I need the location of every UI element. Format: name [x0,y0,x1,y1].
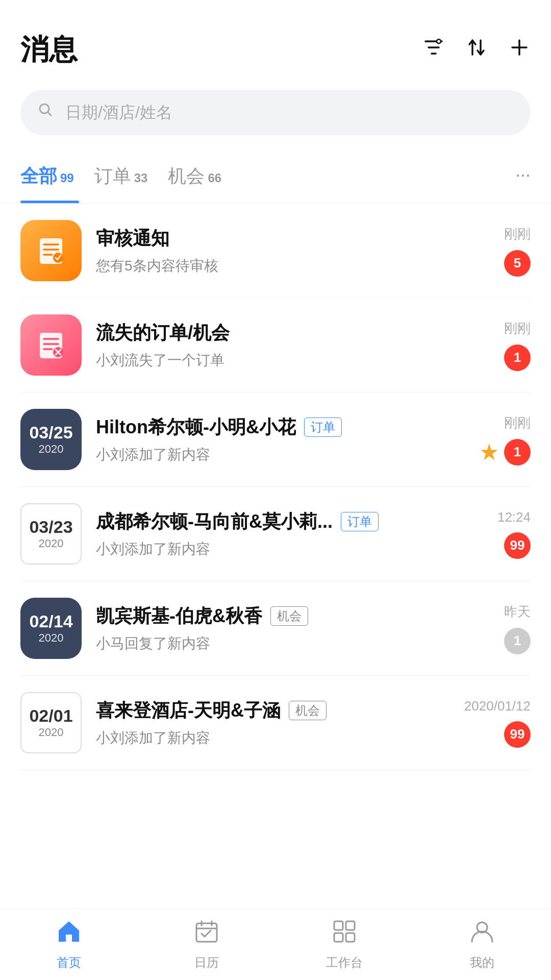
filter-icon[interactable] [422,36,445,64]
message-right-sheraton: 2020/01/12 99 [464,698,531,748]
nav-workspace-label: 工作台 [326,954,363,971]
message-desc-lost: 小刘流失了一个订单 [96,352,224,368]
date-num-kabin: 02/14 [29,612,72,631]
message-tag-hilton2: 订单 [341,512,379,531]
search-bar[interactable]: 日期/酒店/姓名 [20,90,531,135]
tab-order-label: 订单 [94,164,131,189]
message-item-hilton1[interactable]: 03/25 2020 Hilton希尔顿-小明&小花 订单 小刘添加了新内容 刚… [20,393,531,487]
avatar-sheraton: 02/01 2020 [20,692,82,753]
nav-home-label: 首页 [57,954,81,971]
add-icon[interactable] [508,36,531,64]
badge-audit: 5 [504,250,531,277]
message-content-lost: 流失的订单/机会 小刘流失了一个订单 [96,321,470,370]
tab-all-badge: 99 [60,171,74,185]
badge-kabin: 1 [504,628,531,654]
nav-calendar-label: 日历 [194,954,219,971]
mine-icon [469,918,495,950]
message-content-sheraton: 喜来登酒店-天明&子涵 机会 小刘添加了新内容 [96,698,450,748]
header: 消息 [0,0,551,80]
message-time-audit: 刚刚 [504,225,531,243]
badge-hilton1: 1 [504,439,531,465]
message-desc-hilton1: 小刘添加了新内容 [96,447,210,462]
message-title-audit: 审核通知 [96,226,169,251]
date-year-kabin: 2020 [39,631,64,645]
message-title-kabin: 凯宾斯基-伯虎&秋香 [96,604,262,629]
message-right-hilton2: 12:24 99 [485,509,531,559]
tab-chance-label: 机会 [168,164,205,189]
message-item-sheraton[interactable]: 02/01 2020 喜来登酒店-天明&子涵 机会 小刘添加了新内容 2020/… [20,676,531,770]
tab-order[interactable]: 订单 33 [89,156,163,203]
svg-rect-12 [196,923,217,942]
bottom-nav: 首页 日历 工作台 [0,909,551,980]
tab-order-badge: 33 [134,171,148,185]
search-placeholder: 日期/酒店/姓名 [65,102,172,124]
message-content-hilton1: Hilton希尔顿-小明&小花 订单 小刘添加了新内容 [96,415,465,464]
search-icon [37,101,55,124]
message-right-kabin: 昨天 1 [485,603,531,654]
message-tag-hilton1: 订单 [304,418,342,437]
nav-home[interactable]: 首页 [0,918,138,971]
tabs-more-button[interactable]: ··· [515,164,531,195]
message-content-hilton2: 成都希尔顿-马向前&莫小莉... 订单 小刘添加了新内容 [96,509,470,559]
date-year-hilton2: 2020 [39,537,64,550]
avatar-hilton2: 03/23 2020 [20,503,82,565]
message-item-lost[interactable]: 流失的订单/机会 小刘流失了一个订单 刚刚 1 [20,298,531,393]
message-item-hilton2[interactable]: 03/23 2020 成都希尔顿-马向前&莫小莉... 订单 小刘添加了新内容 … [20,487,531,581]
message-item-kabin[interactable]: 02/14 2020 凯宾斯基-伯虎&秋香 机会 小马回复了新内容 昨天 1 [20,581,531,676]
svg-point-0 [437,39,441,43]
svg-rect-16 [346,933,355,942]
svg-rect-13 [334,921,343,930]
message-tag-sheraton: 机会 [289,701,327,720]
home-icon [56,918,82,950]
nav-workspace[interactable]: 工作台 [276,918,413,971]
badge-hilton2: 99 [504,532,531,559]
page-title: 消息 [20,31,78,69]
nav-calendar[interactable]: 日历 [138,918,276,971]
avatar-lost [20,314,82,376]
svg-rect-15 [334,933,343,942]
svg-rect-14 [346,921,355,930]
message-desc-audit: 您有5条内容待审核 [96,258,218,274]
message-title-lost: 流失的订单/机会 [96,321,230,346]
workspace-icon [331,918,358,950]
message-item-audit[interactable]: 审核通知 您有5条内容待审核 刚刚 5 [20,204,531,298]
tab-chance[interactable]: 机会 66 [163,156,237,203]
date-num-hilton2: 03/23 [29,518,72,536]
star-icon-hilton1: ★ [479,439,499,465]
message-title-hilton1: Hilton希尔顿-小明&小花 [96,415,296,440]
badge-lost: 1 [504,345,531,371]
badge-row-hilton1: ★ 1 [479,439,531,465]
message-right-audit: 刚刚 5 [485,225,531,277]
sort-icon[interactable] [465,36,488,64]
date-year-hilton1: 2020 [39,443,64,456]
date-year-sheraton: 2020 [39,726,64,739]
avatar-hilton1: 03/25 2020 [20,409,82,470]
nav-mine[interactable]: 我的 [413,918,551,971]
date-num-hilton1: 03/25 [29,423,72,442]
tab-chance-badge: 66 [208,171,221,185]
message-time-sheraton: 2020/01/12 [464,698,531,714]
nav-mine-label: 我的 [470,954,494,971]
avatar-audit [20,220,82,281]
message-content-audit: 审核通知 您有5条内容待审核 [96,226,470,276]
message-time-hilton1: 刚刚 [504,414,531,432]
message-right-lost: 刚刚 1 [485,320,531,371]
message-right-hilton1: 刚刚 ★ 1 [479,414,531,465]
date-num-sheraton: 02/01 [29,706,72,725]
badge-sheraton: 99 [504,721,531,748]
message-list: 审核通知 您有5条内容待审核 刚刚 5 流失的订单/机会 小刘流失了一个订单 [0,204,551,770]
message-desc-hilton2: 小刘添加了新内容 [96,541,210,557]
tabs-row: 全部 99 订单 33 机会 66 ··· [0,145,551,204]
calendar-icon [193,918,220,950]
message-title-sheraton: 喜来登酒店-天明&子涵 [96,698,281,723]
tab-all-label: 全部 [20,164,57,189]
message-time-hilton2: 12:24 [497,509,531,525]
message-desc-kabin: 小马回复了新内容 [96,635,210,651]
message-tag-kabin: 机会 [270,606,308,626]
message-time-lost: 刚刚 [504,320,531,337]
message-title-hilton2: 成都希尔顿-马向前&莫小莉... [96,509,333,534]
message-content-kabin: 凯宾斯基-伯虎&秋香 机会 小马回复了新内容 [96,604,470,653]
tab-all[interactable]: 全部 99 [20,156,89,203]
header-actions [422,36,531,64]
message-desc-sheraton: 小刘添加了新内容 [96,730,210,746]
